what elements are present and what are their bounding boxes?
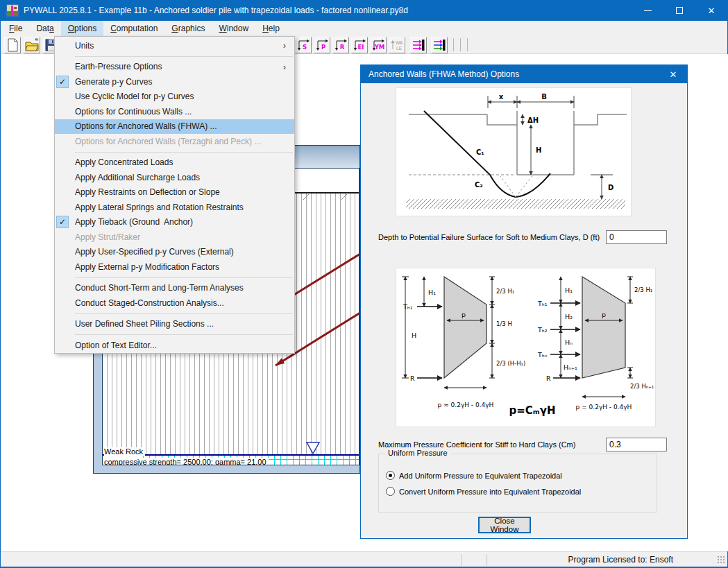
menu-item-generate-p-y-curves[interactable]: ✓Generate p-y Curves xyxy=(55,74,294,89)
plot-s-button[interactable]: S xyxy=(295,37,312,53)
svg-text:H₂: H₂ xyxy=(565,313,573,320)
svg-text:Hₙ: Hₙ xyxy=(565,338,573,346)
menu-item-label: Apply Strut/Raker xyxy=(75,232,140,242)
radio-selected-icon xyxy=(386,471,395,480)
menu-item-label: Apply Tieback (Ground Anchor) xyxy=(75,217,193,227)
options-menu: Units›Earth-Pressure Options›✓Generate p… xyxy=(54,36,295,354)
svg-text:R: R xyxy=(546,375,551,382)
menu-item-label: Earth-Pressure Options xyxy=(75,62,162,71)
menu-separator xyxy=(55,332,294,338)
svg-text:Hₙ₊₁: Hₙ₊₁ xyxy=(564,363,577,371)
app-window: PYWALL 2025.8.1 - Example 11b - Anchored… xyxy=(0,0,728,568)
svg-text:2/3 H₁: 2/3 H₁ xyxy=(496,288,514,295)
svg-text:ΔH: ΔH xyxy=(527,117,539,124)
depth-input[interactable] xyxy=(606,230,667,244)
window-title: PYWALL 2025.8.1 - Example 11b - Anchored… xyxy=(24,6,408,15)
wall-loads-button[interactable] xyxy=(410,37,427,53)
dialog-close-button[interactable]: ✕ xyxy=(659,65,687,83)
menu-separator xyxy=(55,149,294,155)
plot-r-button[interactable]: R xyxy=(332,37,349,53)
trapezoidal-pressure-figure: H H₁ Tₕ₁ R p 2/3 H₁ 1/3 H 2/3 (H-H₁) xyxy=(396,268,656,427)
plot-p-icon: P xyxy=(314,37,330,53)
maximize-button[interactable] xyxy=(663,0,695,21)
menu-item-option-of-text-editor[interactable]: Option of Text Editor... xyxy=(55,338,294,353)
radio-label: Add Uniform Pressure to Equivalent Trape… xyxy=(399,472,562,480)
close-window-button[interactable]: Close Window xyxy=(478,517,531,533)
svg-text:x: x xyxy=(499,93,504,101)
menu-item-options-for-continuous-walls[interactable]: Options for Continuous Walls ... xyxy=(55,104,294,119)
menu-item-apply-additional-surcharge-loads[interactable]: Apply Additional Surcharge Loads xyxy=(55,170,294,185)
menu-item-apply-restraints-on-deflection-or-slope[interactable]: Apply Restraints on Deflection or Slope xyxy=(55,185,294,200)
menu-item-label: User Defined Sheet Piling Sections ... xyxy=(75,319,214,329)
menu-item-apply-user-specified-p-y-curves-external[interactable]: Apply User-Specified p-y Curves (Externa… xyxy=(55,245,294,260)
menubar-item-computation[interactable]: Computation xyxy=(103,21,164,36)
menu-item-options-for-anchored-walls-terzaghi-and-peck: Options for Anchored Walls (Terzaghi and… xyxy=(55,134,294,149)
menu-item-apply-lateral-springs-and-rotation-restraints[interactable]: Apply Lateral Springs and Rotation Restr… xyxy=(55,200,294,215)
menu-item-use-cyclic-model-for-p-y-curves[interactable]: Use Cyclic Model for p-y Curves xyxy=(55,89,294,105)
svg-text:Tₕₙ: Tₕₙ xyxy=(537,351,548,359)
svg-text:H: H xyxy=(536,146,541,154)
menu-item-apply-concentrated-loads[interactable]: Apply Concentrated Loads xyxy=(55,155,294,171)
resize-grip[interactable] xyxy=(717,556,725,564)
minimize-button[interactable] xyxy=(632,0,663,21)
menu-item-units[interactable]: Units› xyxy=(55,38,294,53)
rock-label: Weak Rock xyxy=(104,447,145,456)
menubar-item-window[interactable]: Window xyxy=(212,21,255,36)
menu-item-label: Apply Lateral Springs and Rotation Restr… xyxy=(75,203,244,212)
wall-loads-multi-button[interactable] xyxy=(431,37,448,53)
menubar-item-graphics[interactable]: Graphics xyxy=(164,21,212,36)
menu-item-options-for-anchored-walls-fhwa[interactable]: Options for Anchored Walls (FHWA) ... xyxy=(55,119,294,135)
svg-text:p = 0.2γH - 0.4γH: p = 0.2γH - 0.4γH xyxy=(576,404,632,411)
menubar-item-data[interactable]: Data xyxy=(29,21,60,36)
svg-text:2/3 Hₙ₊₁: 2/3 Hₙ₊₁ xyxy=(630,383,654,390)
menu-separator xyxy=(55,53,294,60)
menu-item-apply-strut-raker: Apply Strut/Raker xyxy=(55,230,294,245)
plot-ym-button[interactable]: YM xyxy=(370,37,387,53)
svg-text:C₁: C₁ xyxy=(476,148,484,156)
menubar-item-help[interactable]: Help xyxy=(255,21,287,36)
app-icon xyxy=(6,4,19,17)
svg-text:Tₕ₁: Tₕ₁ xyxy=(403,303,413,311)
plot-p-button[interactable]: P xyxy=(314,37,330,53)
menu-item-conduct-short-term-and-long-term-analyses[interactable]: Conduct Short-Term and Long-Term Analyse… xyxy=(55,281,294,296)
svg-text:p=CₘγH: p=CₘγH xyxy=(509,404,555,417)
title-bar[interactable]: PYWALL 2025.8.1 - Example 11b - Anchored… xyxy=(1,0,727,21)
svg-text:p: p xyxy=(602,311,606,318)
svg-text:1/3 H: 1/3 H xyxy=(496,320,512,327)
svg-text:D: D xyxy=(608,184,613,191)
svg-text:Tₕ₁: Tₕ₁ xyxy=(537,300,548,307)
menu-item-user-defined-sheet-piling-sections[interactable]: User Defined Sheet Piling Sections ... xyxy=(55,317,294,332)
menu-item-conduct-staged-construction-analysis[interactable]: Conduct Staged-Construction Analysis... xyxy=(55,295,294,311)
dialog-titlebar[interactable]: Anchored Walls (FHWA Method) Options xyxy=(361,65,687,83)
rock-properties-label: compressive strength= 2500.00; gamma= 21… xyxy=(104,458,269,465)
svg-text:YM: YM xyxy=(374,44,385,51)
wall-loads-multi-icon xyxy=(432,37,447,53)
menu-item-label: Units xyxy=(75,41,94,51)
menubar-item-file[interactable]: File xyxy=(2,21,29,36)
menu-item-label: Apply Additional Surcharge Loads xyxy=(75,173,200,182)
menu-item-apply-tieback-ground-anchor[interactable]: ✓Apply Tieback (Ground Anchor) xyxy=(55,215,294,230)
toolbar-separator xyxy=(453,38,454,51)
cm-input[interactable] xyxy=(606,438,667,451)
new-file-button[interactable] xyxy=(4,37,21,53)
menu-item-label: Use Cyclic Model for p-y Curves xyxy=(75,92,194,101)
depth-label: Depth to Potential Failure Surface for S… xyxy=(378,233,600,241)
add-uniform-pressure-radio[interactable]: Add Uniform Pressure to Equivalent Trape… xyxy=(386,471,562,480)
plot-ei-button[interactable]: EI xyxy=(351,37,368,53)
open-file-button[interactable] xyxy=(24,37,40,53)
svg-text:2/3 (H-H₁): 2/3 (H-H₁) xyxy=(496,360,525,367)
water-table-icon xyxy=(307,442,319,454)
svg-text:WA: WA xyxy=(396,40,403,45)
plot-ym-icon: YM xyxy=(371,37,386,53)
menubar-item-options[interactable]: Options xyxy=(61,21,103,36)
plot-s-icon: S xyxy=(296,37,311,53)
close-button[interactable]: ✕ xyxy=(695,0,727,21)
menu-item-label: Apply User-Specified p-y Curves (Externa… xyxy=(75,247,234,257)
menu-item-earth-pressure-options[interactable]: Earth-Pressure Options› xyxy=(55,60,294,75)
convert-uniform-pressure-radio[interactable]: Convert Uniform Pressure into Equivalent… xyxy=(386,487,581,496)
uniform-pressure-group-title: Uniform Pressure xyxy=(385,449,450,457)
submenu-arrow-icon: › xyxy=(283,62,286,72)
menu-item-apply-external-p-y-modification-factors[interactable]: Apply External p-y Modification Factors xyxy=(55,259,294,275)
wale-button[interactable]: WA LE xyxy=(389,37,405,53)
dialog-close-icon: ✕ xyxy=(670,69,677,80)
